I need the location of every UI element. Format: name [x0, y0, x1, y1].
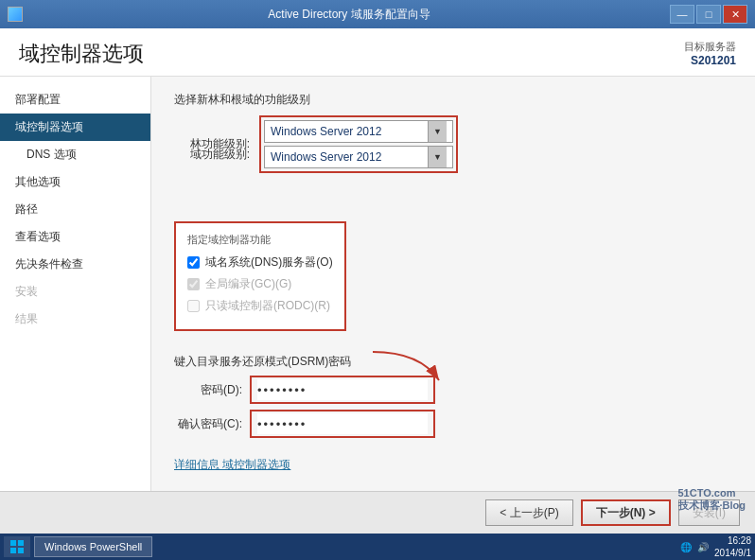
minimize-button[interactable]: —	[670, 5, 694, 24]
title-bar: Active Directory 域服务配置向导 — □ ✕	[0, 0, 755, 28]
title-bar-text: Active Directory 域服务配置向导	[28, 7, 670, 23]
domain-dropdown[interactable]: Windows Server 2012 ▼	[264, 146, 453, 168]
bottom-bar: < 上一步(P) 下一步(N) > 安装(I)	[0, 491, 755, 534]
target-server-label: 目标服务器	[684, 40, 736, 54]
taskbar-powershell[interactable]: Windows PowerShell	[34, 536, 152, 557]
install-button: 安装(I)	[678, 499, 740, 526]
confirm-label: 确认密码(C):	[174, 416, 250, 432]
main-panel: 选择新林和根域的功能级别 林功能级别: Windows Server 2012 …	[151, 77, 755, 491]
sidebar-item-other[interactable]: 其他选项	[0, 168, 150, 196]
sidebar-item-dns[interactable]: DNS 选项	[0, 141, 150, 168]
domain-level-label: 域功能级别:	[174, 147, 259, 163]
rodc-checkbox-row: 只读域控制器(RODC)(R)	[187, 298, 333, 314]
start-button[interactable]	[4, 536, 30, 557]
sidebar-item-prereq[interactable]: 先决条件检查	[0, 251, 150, 278]
password-row: 密码(D):	[174, 376, 732, 404]
taskbar: Windows PowerShell 🌐 🔊 16:28 2014/9/1	[0, 534, 755, 560]
windows-logo-icon	[10, 540, 24, 553]
dc-functions-title: 指定域控制器功能	[187, 233, 333, 247]
dns-checkbox[interactable]	[187, 256, 200, 269]
taskbar-powershell-label: Windows PowerShell	[44, 541, 142, 552]
forest-dropdown-arrow[interactable]: ▼	[428, 121, 447, 142]
clock-time: 16:28	[714, 534, 751, 547]
main-window: 域控制器选项 目标服务器 S201201 部署配置 域控制器选项 DNS 选项 …	[0, 28, 755, 534]
confirm-input-container	[250, 410, 435, 438]
sidebar-item-results: 结果	[0, 306, 150, 333]
page-title: 域控制器选项	[19, 40, 144, 68]
maximize-button[interactable]: □	[696, 5, 721, 24]
password-section: 键入目录服务还原模式(DSRM)密码 密码(D):	[174, 354, 732, 438]
dns-checkbox-row: 域名系统(DNS)服务器(O)	[187, 254, 333, 271]
taskbar-clock: 16:28 2014/9/1	[714, 534, 751, 559]
sidebar-item-review[interactable]: 查看选项	[0, 223, 150, 251]
volume-icon: 🔊	[697, 542, 709, 552]
content-area: 部署配置 域控制器选项 DNS 选项 其他选项 路径 查看选项 先决条件检查 安…	[0, 77, 755, 491]
sidebar-item-dc-options[interactable]: 域控制器选项	[0, 114, 150, 141]
forest-dropdown-container: Windows Server 2012 ▼ Windows Server 201…	[259, 115, 458, 173]
target-server-info: 目标服务器 S201201	[684, 40, 736, 67]
confirm-password-row: 确认密码(C):	[174, 410, 732, 438]
forest-dropdown-value: Windows Server 2012	[271, 125, 428, 138]
close-button[interactable]: ✕	[723, 5, 747, 24]
dc-functions-box: 指定域控制器功能 域名系统(DNS)服务器(O) 全局编录(GC)(G) 只读域…	[174, 221, 346, 331]
password-input[interactable]	[257, 379, 428, 400]
window-header: 域控制器选项 目标服务器 S201201	[0, 28, 755, 77]
target-server-name: S201201	[684, 54, 736, 67]
forest-dropdown[interactable]: Windows Server 2012 ▼	[264, 120, 453, 143]
svg-rect-4	[18, 548, 24, 553]
domain-level-row-inner: Windows Server 2012 ▼	[264, 146, 453, 168]
sidebar-item-deploy[interactable]: 部署配置	[0, 86, 150, 114]
back-button[interactable]: < 上一步(P)	[485, 499, 572, 526]
gc-checkbox[interactable]	[187, 278, 200, 290]
sidebar-item-install: 安装	[0, 278, 150, 306]
clock-date: 2014/9/1	[714, 547, 751, 559]
rodc-checkbox-label: 只读域控制器(RODC)(R)	[205, 298, 330, 314]
domain-dropdown-value: Windows Server 2012	[271, 150, 428, 164]
sidebar: 部署配置 域控制器选项 DNS 选项 其他选项 路径 查看选项 先决条件检查 安…	[0, 77, 151, 491]
confirm-input[interactable]	[257, 413, 428, 434]
app-icon	[8, 7, 23, 22]
dns-checkbox-label: 域名系统(DNS)服务器(O)	[205, 254, 333, 271]
taskbar-system-icons: 🌐 🔊 16:28 2014/9/1	[680, 534, 751, 559]
svg-rect-3	[10, 548, 16, 553]
select-level-label: 选择新林和根域的功能级别	[174, 92, 732, 108]
password-label: 密码(D):	[174, 382, 250, 398]
svg-rect-1	[10, 540, 16, 546]
domain-dropdown-arrow[interactable]: ▼	[428, 147, 447, 167]
svg-rect-2	[18, 540, 24, 546]
gc-checkbox-label: 全局编录(GC)(G)	[205, 276, 291, 292]
gc-checkbox-row: 全局编录(GC)(G)	[187, 276, 333, 292]
network-icon: 🌐	[680, 542, 692, 552]
details-link[interactable]: 详细信息 域控制器选项	[174, 457, 732, 473]
sidebar-item-path[interactable]: 路径	[0, 196, 150, 223]
password-section-label: 键入目录服务还原模式(DSRM)密码	[174, 354, 732, 370]
next-button[interactable]: 下一步(N) >	[581, 499, 671, 526]
rodc-checkbox[interactable]	[187, 300, 200, 312]
title-bar-buttons: — □ ✕	[670, 5, 747, 24]
password-input-container	[250, 376, 435, 404]
